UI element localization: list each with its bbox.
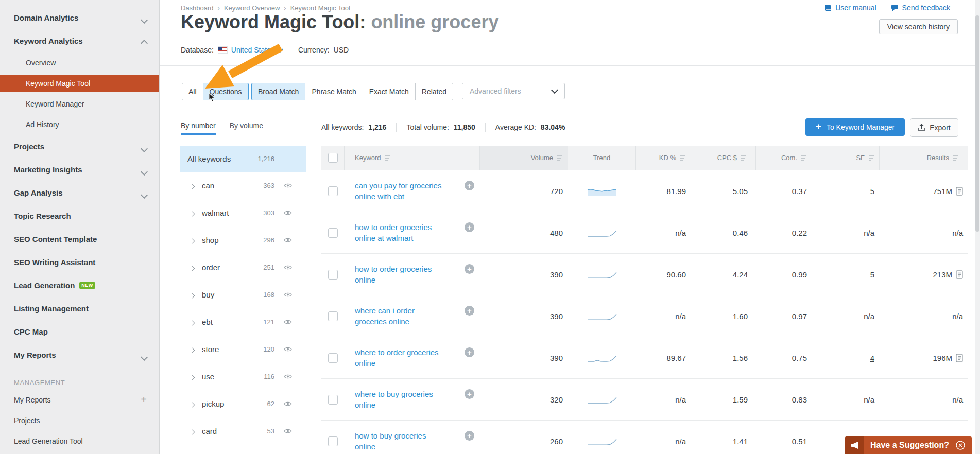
eye-icon[interactable] bbox=[284, 183, 292, 188]
eye-icon[interactable] bbox=[284, 237, 292, 243]
group-item-ebt[interactable]: ebt121 bbox=[180, 308, 306, 336]
column-header-cpc[interactable]: CPC $ bbox=[695, 146, 756, 170]
sidebar-item-marketing-insights[interactable]: Marketing Insights bbox=[0, 158, 159, 181]
tab-by-volume[interactable]: By volume bbox=[230, 121, 263, 135]
view-search-history-label: View search history bbox=[887, 23, 950, 31]
tab-questions[interactable]: Questions bbox=[203, 83, 249, 100]
send-feedback-link[interactable]: Send feedback bbox=[891, 4, 950, 12]
serp-features-link[interactable]: 5 bbox=[870, 270, 874, 279]
serp-snapshot-icon[interactable] bbox=[956, 270, 963, 279]
tab-exact-match[interactable]: Exact Match bbox=[363, 83, 416, 100]
group-item-can[interactable]: can363 bbox=[180, 172, 306, 199]
row-checkbox[interactable] bbox=[328, 395, 338, 405]
group-item-walmart[interactable]: walmart303 bbox=[180, 199, 306, 226]
user-manual-link[interactable]: User manual bbox=[824, 4, 876, 12]
column-header-results[interactable]: Results bbox=[880, 146, 968, 170]
serp-snapshot-icon[interactable] bbox=[956, 354, 963, 362]
sidebar-item-lead-generation[interactable]: Lead GenerationNEW bbox=[0, 274, 159, 297]
column-header-trend[interactable]: Trend bbox=[568, 146, 636, 170]
keyword-link[interactable]: how to order groceries online bbox=[355, 264, 442, 285]
group-item-pickup[interactable]: pickup62 bbox=[180, 390, 306, 417]
sidebar-item-domain-analytics[interactable]: Domain Analytics bbox=[0, 6, 159, 29]
keyword-link[interactable]: where to buy groceries online bbox=[355, 389, 442, 410]
keyword-link[interactable]: how to order groceries online at walmart bbox=[355, 222, 442, 243]
sidebar-item-listing-management[interactable]: Listing Management bbox=[0, 297, 159, 320]
add-keyword-button[interactable]: + bbox=[465, 431, 474, 441]
group-all-keywords[interactable]: All keywords 1,216 bbox=[180, 146, 306, 172]
keyword-link[interactable]: how to buy groceries online bbox=[355, 430, 442, 452]
sidebar-item-keyword-magic-tool[interactable]: Keyword Magic Tool bbox=[0, 75, 159, 92]
plus-icon[interactable]: + bbox=[141, 394, 147, 406]
sidebar-item-keyword-analytics[interactable]: Keyword Analytics bbox=[0, 29, 159, 53]
breadcrumb-dashboard[interactable]: Dashboard bbox=[181, 4, 214, 12]
suggestion-banner[interactable]: Have a Suggestion? bbox=[845, 436, 972, 454]
sidebar-item-projects[interactable]: Projects bbox=[0, 410, 159, 431]
sidebar-item-seo-content-template[interactable]: SEO Content Template bbox=[0, 228, 159, 251]
keyword-link[interactable]: where can i order groceries online bbox=[355, 305, 442, 327]
sidebar-item-ad-history[interactable]: Ad History bbox=[0, 114, 159, 135]
view-search-history-button[interactable]: View search history bbox=[879, 19, 958, 34]
select-all-checkbox[interactable] bbox=[328, 153, 338, 163]
page-scrollbar[interactable] bbox=[975, 0, 980, 454]
group-item-buy[interactable]: buy168 bbox=[180, 281, 306, 308]
column-header-keyword[interactable]: Keyword bbox=[345, 146, 480, 170]
add-keyword-button[interactable]: + bbox=[465, 222, 474, 232]
eye-icon[interactable] bbox=[284, 210, 292, 216]
group-item-card[interactable]: card53 bbox=[180, 417, 306, 445]
column-header-com[interactable]: Com. bbox=[756, 146, 816, 170]
sidebar-item-topic-research[interactable]: Topic Research bbox=[0, 204, 159, 228]
sidebar-item-gap-analysis[interactable]: Gap Analysis bbox=[0, 181, 159, 204]
group-item-shop[interactable]: shop296 bbox=[180, 226, 306, 254]
keyword-link[interactable]: where to order groceries online bbox=[355, 347, 442, 369]
add-keyword-button[interactable]: + bbox=[465, 306, 474, 316]
to-keyword-manager-button[interactable]: + To Keyword Manager bbox=[805, 118, 905, 136]
tab-broad-match[interactable]: Broad Match bbox=[251, 83, 305, 100]
eye-icon[interactable] bbox=[284, 428, 292, 434]
database-selector[interactable]: United States bbox=[231, 46, 282, 54]
column-header-volume[interactable]: Volume bbox=[480, 146, 568, 170]
scrollbar-thumb[interactable] bbox=[975, 15, 979, 232]
close-icon[interactable] bbox=[955, 436, 972, 454]
column-header-sf[interactable]: SF bbox=[816, 146, 880, 170]
advanced-filters-dropdown[interactable]: Advanced filters bbox=[462, 83, 565, 99]
tab-related[interactable]: Related bbox=[415, 83, 453, 100]
row-checkbox[interactable] bbox=[328, 270, 338, 280]
serp-features-link[interactable]: 4 bbox=[870, 354, 874, 362]
serp-snapshot-icon[interactable] bbox=[956, 187, 963, 196]
eye-icon[interactable] bbox=[284, 346, 292, 352]
row-checkbox[interactable] bbox=[328, 186, 338, 196]
tab-all[interactable]: All bbox=[182, 83, 203, 100]
tab-by-number[interactable]: By number bbox=[181, 121, 216, 135]
add-keyword-button[interactable]: + bbox=[465, 389, 474, 399]
sidebar-item-projects[interactable]: Projects bbox=[0, 135, 159, 158]
breadcrumb-keyword-overview[interactable]: Keyword Overview bbox=[224, 4, 280, 12]
add-keyword-button[interactable]: + bbox=[465, 347, 474, 357]
tab-phrase-match[interactable]: Phrase Match bbox=[305, 83, 363, 100]
sidebar-item-overview[interactable]: Overview bbox=[0, 53, 159, 73]
row-checkbox[interactable] bbox=[328, 436, 338, 446]
add-keyword-button[interactable]: + bbox=[465, 181, 474, 190]
group-item-use[interactable]: use116 bbox=[180, 363, 306, 390]
sidebar-item-my-reports[interactable]: My Reports bbox=[0, 343, 159, 366]
row-checkbox[interactable] bbox=[328, 353, 338, 363]
serp-features-link[interactable]: 5 bbox=[870, 187, 874, 196]
add-keyword-button[interactable]: + bbox=[465, 264, 474, 274]
eye-icon[interactable] bbox=[284, 265, 292, 270]
eye-icon[interactable] bbox=[284, 292, 292, 298]
group-item-store[interactable]: store120 bbox=[180, 336, 306, 363]
group-count: 120 bbox=[252, 345, 274, 353]
row-checkbox[interactable] bbox=[328, 228, 338, 238]
group-item-order[interactable]: order251 bbox=[180, 254, 306, 281]
sidebar-item-lead-generation-tool[interactable]: Lead Generation Tool bbox=[0, 431, 159, 451]
sidebar-item-cpc-map[interactable]: CPC Map bbox=[0, 320, 159, 343]
eye-icon[interactable] bbox=[284, 374, 292, 379]
sidebar-item-my-reports[interactable]: My Reports+ bbox=[0, 390, 159, 410]
eye-icon[interactable] bbox=[284, 401, 292, 407]
sidebar-item-seo-writing-assistant[interactable]: SEO Writing Assistant bbox=[0, 251, 159, 274]
row-checkbox[interactable] bbox=[328, 311, 338, 321]
eye-icon[interactable] bbox=[284, 319, 292, 325]
column-header-kd[interactable]: KD % bbox=[636, 146, 695, 170]
sidebar-item-keyword-manager[interactable]: Keyword Manager bbox=[0, 94, 159, 114]
keyword-link[interactable]: can you pay for groceries online with eb… bbox=[355, 180, 442, 202]
export-button[interactable]: Export bbox=[910, 118, 958, 137]
